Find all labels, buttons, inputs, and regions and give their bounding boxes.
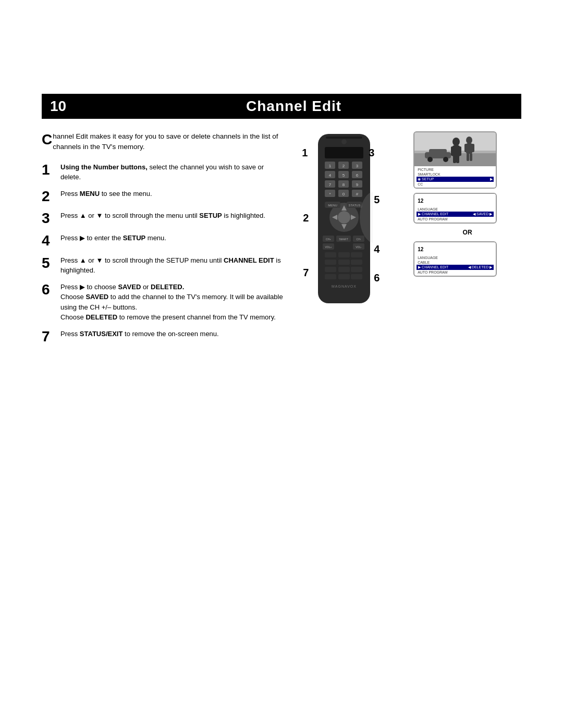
svg-rect-74 (471, 144, 474, 152)
step-7: 7 Press STATUS/EXIT to remove the on-scr… (42, 329, 284, 345)
step-5-text: Press ▲ or ▼ to scroll through the SETUP… (60, 255, 284, 276)
svg-rect-48 (325, 252, 336, 257)
menu-item-cc: CC (417, 182, 494, 187)
screens-column: 12 (413, 131, 521, 277)
chapter-title: Channel Edit (75, 98, 513, 115)
svg-text:3: 3 (356, 164, 359, 168)
remote-wrapper: 1 3 5 7 2 4 6 (301, 131, 405, 311)
tv-menu-2: LANGUAGE ▶ CHANNEL EDIT ◀ SAVED ▶ AUTO P… (414, 206, 496, 223)
svg-point-71 (466, 137, 472, 144)
step-6: 6 Press ▶ to choose SAVED or DELETED. Ch… (42, 282, 284, 323)
remote-svg: 1 2 3 4 5 6 7 (315, 131, 373, 309)
svg-rect-57 (325, 274, 336, 279)
menu-cable: CABLE (417, 260, 494, 265)
drop-cap: C (42, 132, 52, 147)
svg-text:8: 8 (342, 182, 345, 187)
step-7-number: 7 (42, 329, 56, 345)
svg-rect-67 (451, 146, 455, 156)
menu-language-2: LANGUAGE (417, 255, 494, 260)
tv-menu-3: LANGUAGE CABLE ▶ CHANNEL EDIT ◀ DELETED … (414, 254, 496, 276)
svg-text:CH-: CH- (357, 238, 361, 241)
svg-rect-52 (338, 260, 350, 265)
main-content: Channel Edit makes it easy for you to sa… (42, 131, 521, 351)
float-num-4: 4 (374, 243, 380, 255)
step-6-number: 6 (42, 282, 56, 298)
screen-3-channel: 12 (418, 246, 423, 252)
svg-rect-68 (457, 146, 461, 156)
svg-rect-75 (467, 153, 469, 161)
deleted-value: ◀ DELETED ▶ (468, 265, 492, 269)
svg-text:VOL+: VOL+ (325, 245, 332, 249)
step-1-number: 1 (42, 162, 56, 178)
float-num-6: 6 (374, 272, 380, 284)
svg-text:MENU: MENU (328, 204, 337, 207)
step-1: 1 Using the Number buttons, select the c… (42, 162, 284, 182)
svg-rect-54 (325, 267, 336, 272)
float-num-3: 3 (369, 147, 374, 159)
svg-text:VOL-: VOL- (356, 245, 362, 249)
float-num-2: 2 (303, 212, 309, 224)
svg-text:1: 1 (329, 164, 332, 168)
svg-text:*: * (329, 192, 331, 196)
svg-rect-70 (456, 156, 459, 163)
step-2: 2 Press MENU to see the menu. (42, 189, 284, 205)
svg-text:0: 0 (342, 192, 345, 196)
svg-text:SMART: SMART (339, 238, 348, 241)
svg-text:MAGNAVOX: MAGNAVOX (332, 285, 357, 288)
step-5: 5 Press ▲ or ▼ to scroll through the SET… (42, 255, 284, 276)
svg-point-29 (338, 211, 350, 224)
svg-rect-56 (351, 267, 362, 272)
step-4-number: 4 (42, 233, 56, 249)
float-num-7: 7 (303, 267, 309, 279)
svg-rect-3 (325, 147, 363, 158)
svg-point-65 (452, 138, 460, 146)
setup-arrow: ▶ (490, 177, 493, 181)
menu-item-smartlock: SMARTLOCK (417, 172, 494, 177)
svg-text:7: 7 (329, 182, 332, 187)
menu-language: LANGUAGE (417, 207, 494, 212)
remote-body: 1 2 3 4 5 6 7 (315, 131, 373, 311)
step-6-text: Press ▶ to choose SAVED or DELETED. Choo… (60, 282, 284, 323)
menu-auto-program-1: AUTO PROGRAM (417, 217, 494, 221)
step-2-number: 2 (42, 189, 56, 205)
svg-text:STATUS: STATUS (349, 204, 361, 207)
svg-rect-55 (338, 267, 350, 272)
svg-rect-50 (351, 252, 362, 257)
tv-menu-1: PICTURE SMARTLOCK ◉ SETUP ▶ CC (414, 166, 496, 188)
menu-auto-program-2: AUTO PROGRAM (417, 270, 494, 275)
setup-label: ◉ SETUP (418, 177, 434, 181)
screen-3-box: 12 LANGUAGE CABLE ▶ CHANNEL EDIT ◀ DELET… (413, 241, 497, 277)
screen-2-box: 12 LANGUAGE ▶ CHANNEL EDIT ◀ SAVED ▶ AUT… (413, 193, 497, 224)
step-4: 4 Press ▶ to enter the SETUP menu. (42, 233, 284, 249)
step-3-number: 3 (42, 211, 56, 227)
svg-rect-78 (429, 149, 447, 154)
screen-3-header: 12 (414, 242, 496, 254)
step-3: 3 Press ▲ or ▼ to scroll through the men… (42, 211, 284, 227)
page-container: 10 Channel Edit Channel Edit makes it ea… (0, 0, 563, 728)
svg-rect-1 (326, 137, 362, 139)
people-svg (414, 132, 497, 166)
svg-text:9: 9 (356, 182, 359, 187)
menu-channel-edit-saved: ▶ CHANNEL EDIT ◀ SAVED ▶ (417, 212, 494, 217)
intro-paragraph: Channel Edit makes it easy for you to sa… (42, 131, 284, 153)
channel-edit-label-1: ▶ CHANNEL EDIT (418, 212, 448, 216)
intro-text: hannel Edit makes it easy for you to sav… (53, 132, 278, 151)
svg-point-79 (427, 157, 433, 162)
svg-rect-53 (351, 260, 362, 265)
step-1-text: Using the Number buttons, select the cha… (60, 162, 284, 182)
svg-rect-76 (470, 153, 472, 161)
step-4-text: Press ▶ to enter the SETUP menu. (60, 233, 166, 243)
screen-2-channel: 12 (418, 198, 423, 204)
channel-edit-label-2: ▶ CHANNEL EDIT (418, 265, 448, 269)
menu-channel-edit-deleted: ▶ CHANNEL EDIT ◀ DELETED ▶ (417, 265, 494, 270)
svg-text:#: # (356, 192, 359, 196)
screen-1-box: 12 (413, 131, 497, 189)
svg-text:4: 4 (329, 173, 332, 178)
or-divider: OR (413, 228, 521, 237)
svg-text:6: 6 (356, 173, 359, 178)
svg-rect-51 (325, 260, 336, 265)
svg-rect-58 (338, 274, 350, 279)
float-num-5: 5 (374, 194, 380, 206)
step-3-text: Press ▲ or ▼ to scroll through the menu … (60, 211, 265, 221)
step-5-number: 5 (42, 255, 56, 272)
